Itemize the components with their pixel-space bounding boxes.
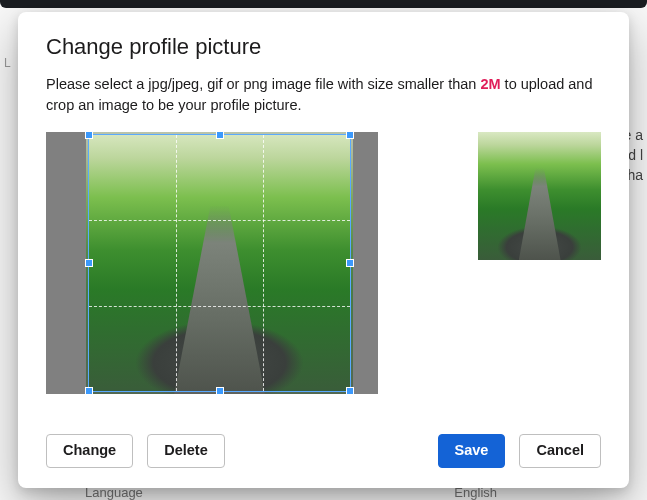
modal-instruction: Please select a jpg/jpeg, gif or png ima… [46, 74, 601, 116]
delete-button[interactable]: Delete [147, 434, 225, 468]
change-button[interactable]: Change [46, 434, 133, 468]
bg-text-left: L [4, 56, 11, 70]
cancel-button[interactable]: Cancel [519, 434, 601, 468]
crop-selection[interactable] [88, 134, 351, 392]
crop-handle-nw[interactable] [85, 132, 93, 139]
save-button[interactable]: Save [438, 434, 506, 468]
crop-handle-s[interactable] [216, 387, 224, 394]
instruction-text-pre: Please select a jpg/jpeg, gif or png ima… [46, 76, 480, 92]
crop-handle-e[interactable] [346, 259, 354, 267]
app-topbar [0, 0, 647, 8]
crop-handle-n[interactable] [216, 132, 224, 139]
crop-handle-w[interactable] [85, 259, 93, 267]
crop-grid-line [89, 306, 350, 307]
change-profile-picture-modal: Change profile picture Please select a j… [18, 12, 629, 488]
profile-picture-preview [478, 132, 601, 260]
crop-grid-line [89, 220, 350, 221]
image-editor-row [46, 132, 601, 394]
modal-title: Change profile picture [46, 34, 601, 60]
crop-handle-ne[interactable] [346, 132, 354, 139]
crop-stage[interactable] [46, 132, 378, 394]
crop-grid-line [263, 135, 264, 391]
crop-grid-line [176, 135, 177, 391]
crop-handle-se[interactable] [346, 387, 354, 394]
modal-footer: Change Delete Save Cancel [46, 412, 601, 468]
crop-handle-sw[interactable] [85, 387, 93, 394]
file-size-limit: 2M [480, 76, 500, 92]
